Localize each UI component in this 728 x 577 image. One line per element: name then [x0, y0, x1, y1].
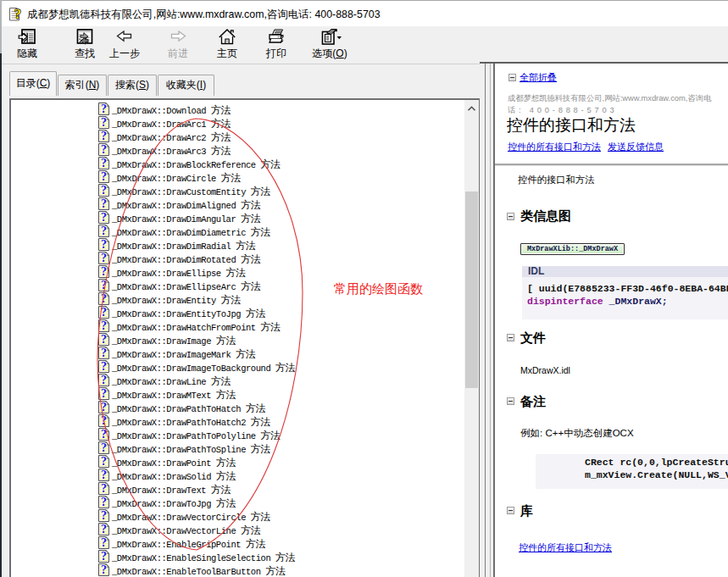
svg-text:?: ?	[101, 184, 107, 197]
toc-tree-item[interactable]: ?_DMxDrawX::DrawEllipse 方法	[11, 264, 464, 278]
tab-index[interactable]: 索引(N)	[58, 75, 107, 96]
remarks-code-line2: m_mxView.Create(NULL,WS_VISIBLE|WS_CHILD…	[585, 469, 728, 480]
toc-tree-item[interactable]: ?_DMxDrawX::EnableToolBarButton 方法	[11, 563, 464, 576]
section-collapse-icon[interactable]	[507, 213, 514, 220]
toc-tree-item[interactable]: ?_DMxDrawX::DrawPathToHatch2 方法	[11, 413, 464, 427]
toc-tree-item[interactable]: ?_DMxDrawX::EnableSingleSelection 方法	[11, 549, 464, 563]
help-topic-icon: ?	[98, 333, 109, 347]
tab-contents[interactable]: 目录(C)	[9, 71, 57, 96]
svg-text:?: ?	[101, 550, 107, 563]
toc-tree-item[interactable]: ?_DMxDrawX::EnableGripPoint 方法	[11, 535, 464, 549]
tree-scrollbar-thumb[interactable]	[465, 191, 478, 388]
section-library-title: 库	[520, 503, 533, 519]
help-viewer-window: ? 成都梦想凯德科技有限公司,网站:www.mxdraw.com,咨询电话: 4…	[0, 0, 728, 577]
toc-tree-item[interactable]: ?_DMxDrawX::DrawDimRadial 方法	[11, 237, 464, 251]
svg-text:?: ?	[101, 387, 107, 400]
svg-text:?: ?	[101, 455, 107, 468]
svg-text:?: ?	[101, 523, 107, 535]
toc-tree-item[interactable]: ?_DMxDrawX::DrawDimAngular 方法	[11, 210, 464, 224]
toc-tree-item[interactable]: ?_DMxDrawX::DrawPathToHatch 方法	[11, 400, 464, 413]
toolbar-button-forward: 前进	[153, 28, 203, 62]
svg-text:?: ?	[101, 401, 107, 413]
toc-tree-item[interactable]: ?_DMxDrawX::DrawArc3 方法	[11, 142, 464, 156]
toc-tree-item[interactable]: ?_DMxDrawX::DrawPathToSpline 方法	[11, 441, 464, 454]
toc-tree-item[interactable]: ?_DMxDrawX::DrawVectorCircle 方法	[11, 508, 464, 522]
svg-text:?: ?	[101, 279, 107, 291]
topic-title: 控件的接口和方法	[507, 114, 636, 136]
toolbar-button-label: 主页	[202, 47, 253, 61]
toolbar-button-home[interactable]: 主页	[202, 28, 253, 62]
forward-arrow-icon	[169, 28, 187, 47]
svg-text:?: ?	[101, 252, 107, 264]
toc-tree-item[interactable]: ?_DMxDrawX::DrawPoint 方法	[11, 454, 464, 468]
pane-splitter[interactable]	[480, 64, 494, 577]
toolbar-button-print[interactable]: 打印	[251, 28, 302, 62]
idl-keyword: dispinterface	[527, 296, 603, 307]
toc-tree-item[interactable]: ?_DMxDrawX::Download 方法	[11, 102, 464, 115]
section-collapse-icon[interactable]	[507, 397, 514, 405]
toc-tree-item[interactable]: ?_DMxDrawX::DrawText 方法	[11, 481, 464, 495]
toolbar-button-label: 选项(O)	[304, 47, 355, 61]
toolbar-button-back[interactable]: 上一步	[99, 28, 150, 62]
help-topic-icon: ?	[98, 292, 109, 306]
toc-tree-item[interactable]: ?_DMxDrawX::DrawCustomEntity 方法	[11, 183, 464, 197]
help-topic-icon: ?	[98, 184, 109, 197]
section-collapse-icon[interactable]	[507, 507, 514, 514]
toolbar-button-label: 打印	[251, 47, 302, 61]
section-remarks-title: 备注	[520, 394, 546, 410]
collapse-all-icon[interactable]	[508, 74, 516, 81]
toc-tree-item[interactable]: ?_DMxDrawX::DrawLine 方法	[11, 373, 464, 386]
help-topic-icon: ?	[98, 143, 109, 157]
toc-tree-item[interactable]: ?_DMxDrawX::DrawPathToPolyline 方法	[11, 427, 464, 441]
toolbar-button-label: 隐藏	[2, 47, 53, 61]
toc-tree-item[interactable]: ?_DMxDrawX::DrawImageMark 方法	[11, 346, 464, 359]
toc-item-label: _DMxDrawX::EnableToolBarButton 方法	[112, 564, 285, 577]
toc-tree-item[interactable]: ?_DMxDrawX::DrawDimRotated 方法	[11, 251, 464, 264]
toc-tree-item[interactable]: ?_DMxDrawX::DrawDimDiametric 方法	[11, 224, 464, 237]
toc-tree-item[interactable]: ?_DMxDrawX::DrawHatchFromPoint 方法	[11, 319, 464, 332]
help-topic-icon: ?	[98, 306, 109, 319]
toc-tree-item[interactable]: ?_DMxDrawX::DrawMText 方法	[11, 386, 464, 400]
tree-vertical-scrollbar[interactable]	[464, 100, 479, 577]
toolbar-button-label: 前进	[153, 47, 203, 61]
class-badge: MxDrawXLib::_DMxDrawX	[520, 243, 625, 255]
svg-text:?: ?	[101, 360, 107, 373]
svg-text:?: ?	[101, 496, 107, 508]
toc-tree-item[interactable]: ?_DMxDrawX::DrawToJpg 方法	[11, 495, 464, 508]
back-arrow-icon	[115, 28, 134, 47]
section-collapse-icon[interactable]	[507, 334, 514, 341]
svg-text:?: ?	[101, 116, 107, 129]
toc-tree-item[interactable]: ?_DMxDrawX::DrawBlockReference 方法	[11, 156, 464, 169]
feedback-link[interactable]: 发送反馈信息	[608, 141, 664, 153]
help-topic-icon: ?	[98, 550, 109, 563]
toc-tree-item[interactable]: ?_DMxDrawX::DrawImage 方法	[11, 332, 464, 346]
toc-tree-item[interactable]: ?_DMxDrawX::DrawDimAligned 方法	[11, 197, 464, 210]
all-interfaces-link[interactable]: 控件的所有接口和方法	[508, 141, 601, 153]
help-topic-icon: ?	[98, 509, 109, 523]
tab-favorites[interactable]: 收藏夹(I)	[158, 75, 214, 96]
toolbar-button-hide[interactable]: 隐藏	[2, 28, 53, 62]
toc-tree-item[interactable]: ?_DMxDrawX::DrawArc1 方法	[11, 115, 464, 129]
toc-tree-item[interactable]: ?_DMxDrawX::DrawEntityToJpg 方法	[11, 305, 464, 319]
library-link[interactable]: 控件的所有接口和方法	[519, 541, 612, 554]
toc-tree-item[interactable]: ?_DMxDrawX::DrawArc2 方法	[11, 129, 464, 142]
annotation-label: 常用的绘图函数	[334, 281, 423, 297]
svg-text:?: ?	[101, 306, 107, 319]
svg-text:?: ?	[101, 292, 107, 305]
toolbar-button-options[interactable]: 选项(O)	[304, 28, 355, 62]
topic-intro: 控件的接口和方法	[518, 174, 594, 186]
svg-text:?: ?	[101, 103, 107, 115]
toc-tree-item[interactable]: ?_DMxDrawX::DrawCircle 方法	[11, 169, 464, 183]
collapse-all-link[interactable]: 全部折叠	[520, 71, 557, 84]
toc-tree-item[interactable]: ?_DMxDrawX::DrawImageToBackground 方法	[11, 359, 464, 373]
help-topic-icon: ?	[98, 170, 109, 184]
svg-text:?: ?	[101, 428, 107, 441]
help-topic-icon: ?	[98, 252, 109, 265]
scroll-up-icon[interactable]	[464, 100, 479, 114]
tab-label: 目录(C)	[16, 77, 51, 89]
window-left-edge	[0, 0, 2, 53]
toc-tree-item[interactable]: ?_DMxDrawX::DrawSolid 方法	[11, 468, 464, 481]
toc-tree-item[interactable]: ?_DMxDrawX::DrawVectorLine 方法	[11, 522, 464, 535]
tab-search[interactable]: 搜索(S)	[108, 75, 157, 96]
help-topic-icon: ?	[98, 428, 109, 441]
